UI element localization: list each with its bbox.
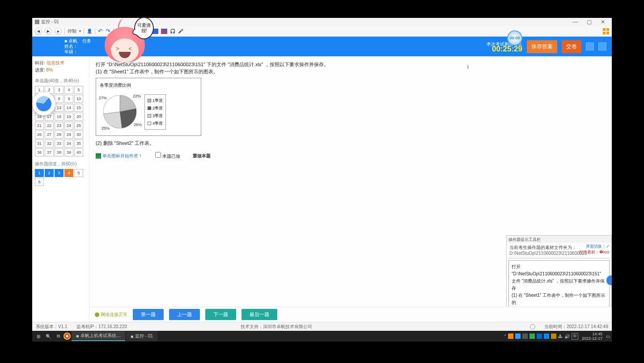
operation-cell[interactable]: 6 [35, 178, 44, 186]
nav-fwd-button[interactable]: ► [45, 28, 52, 35]
tray-icon[interactable] [544, 333, 549, 339]
taskbar-clock[interactable]: 14:45 2022-12-17 [580, 332, 604, 341]
reset-question-button[interactable]: 重做本题 [193, 152, 211, 160]
question-cell[interactable]: 23 [55, 122, 64, 130]
tray-icon[interactable] [515, 333, 521, 339]
side-tab-handle[interactable] [606, 275, 612, 285]
clock-icon [530, 324, 535, 329]
multi-icon[interactable] [161, 29, 167, 34]
question-cell[interactable]: 26 [35, 131, 44, 139]
nav-back-button[interactable]: ◄ [35, 28, 42, 35]
question-cell[interactable]: 4 [64, 86, 73, 94]
chart-title: 各季度消费比例 [100, 82, 197, 89]
question-cell[interactable]: 34 [64, 139, 73, 148]
next-question-button[interactable]: 下一题 [205, 309, 236, 320]
question-cell[interactable]: 33 [55, 139, 64, 148]
nav-play-button[interactable]: ▸ [55, 28, 62, 35]
tray-icon[interactable] [551, 333, 556, 339]
minimize-panel-icon[interactable] [586, 42, 594, 51]
settings-panel-icon[interactable] [598, 42, 606, 51]
tray-icon[interactable] [537, 333, 542, 339]
question-cell[interactable]: 39 [64, 148, 73, 156]
last-question-button[interactable]: 最后一题 [242, 309, 277, 320]
taskbar-item-exam[interactable]: ■卓帆上机考试系统… [72, 331, 125, 341]
question-cell[interactable]: 38 [55, 148, 64, 156]
tray-up-icon[interactable]: ˄ [504, 334, 506, 339]
question-cell[interactable]: 15 [74, 104, 83, 112]
question-cell[interactable]: 28 [55, 131, 64, 139]
grid-view-button[interactable] [603, 28, 609, 34]
submit-exam-button[interactable]: 交卷 [562, 40, 581, 53]
current-time-label: 当前时间：2022-12-17 14:42:49 [544, 324, 608, 330]
switch-ui-icon[interactable]: ⤢ [606, 244, 610, 249]
question-cell[interactable]: 29 [64, 131, 73, 139]
question-cell[interactable]: 13 [55, 104, 64, 112]
operation-cell[interactable]: 5 [74, 169, 83, 177]
question-cell[interactable]: 35 [74, 139, 83, 148]
tray-icon[interactable] [530, 333, 535, 339]
question-cell[interactable]: 31 [35, 139, 44, 148]
question-cell[interactable]: 22 [45, 122, 54, 130]
question-cell[interactable]: 19 [64, 113, 73, 121]
ime-indicator[interactable]: 中 [572, 333, 578, 340]
operation-cell[interactable]: 4 [64, 169, 73, 177]
maximize-button[interactable]: ▢ [583, 19, 595, 25]
pie-chart: 22% 26% 25% 27% [100, 92, 140, 132]
control-label[interactable]: 控制 [68, 28, 76, 34]
question-cell[interactable]: 30 [74, 131, 83, 139]
headset-icon[interactable]: 🎧 [170, 29, 175, 34]
tray-icon[interactable] [508, 333, 513, 339]
task-view-button[interactable]: ⧉ [54, 332, 63, 341]
question-cell[interactable]: 20 [74, 113, 83, 121]
chart-preview: 各季度消费比例 22% 26% 25% 27% 1季度 2季度 3季度 [96, 78, 201, 136]
remote-control-widget[interactable] [32, 92, 55, 115]
user-icon[interactable]: 👤 [87, 29, 92, 34]
question-cell[interactable]: 10 [74, 95, 83, 103]
hint-content[interactable]: 打开 "D:\NetStuOp\2110600023\2110600023\15… [508, 260, 610, 307]
question-cell[interactable]: 9 [64, 95, 73, 103]
hint-tool-window[interactable]: 操作题提示工具栏 当前考生操作题的素材文件夹为： D:\NetStuOp\211… [506, 235, 612, 307]
hint-tool-title[interactable]: 操作题提示工具栏 [507, 236, 611, 243]
mic-icon[interactable]: 🎤 [178, 29, 183, 34]
start-button[interactable]: ⊞ [34, 332, 43, 341]
question-cell[interactable]: 36 [35, 148, 44, 156]
question-cell[interactable]: 5 [74, 86, 83, 94]
separator [64, 28, 65, 34]
question-cell[interactable]: 27 [45, 131, 54, 139]
question-cell[interactable]: 40 [74, 148, 83, 156]
prev-question-button[interactable]: 上一题 [169, 309, 200, 320]
question-cell[interactable]: 18 [55, 113, 64, 121]
question-cell[interactable]: 3 [55, 86, 64, 94]
question-cell[interactable]: 8 [55, 95, 64, 103]
close-button[interactable]: ✕ [597, 19, 609, 25]
save-answer-button[interactable]: 保存答案 [527, 40, 557, 53]
open-material-icon[interactable]: �ietz [599, 250, 610, 254]
question-cell[interactable]: 32 [45, 139, 54, 148]
text-cursor-icon: Ꭵ [467, 63, 469, 71]
question-text-1: 打开 "D:\NetStuOp\2110600023\2110600023\15… [96, 61, 606, 68]
question-cell[interactable]: 14 [64, 104, 73, 112]
operation-cell[interactable]: 2 [45, 169, 54, 177]
network-tray-icon[interactable]: 🖧 [558, 334, 563, 339]
operation-grid: 123456 [35, 169, 86, 186]
minimize-button[interactable]: — [569, 19, 581, 25]
start-answer-link[interactable]: 单击图标开始作答！ [96, 152, 143, 160]
question-cell[interactable]: 25 [74, 122, 83, 130]
question-text-3: (2) 删除 "Sheet2" 工作表。 [96, 139, 606, 147]
search-button[interactable]: 🔍 [44, 332, 53, 341]
volume-tray-icon[interactable]: 🔊 [564, 334, 570, 339]
question-cell[interactable]: 24 [64, 122, 73, 130]
student-info: ■ 卓帆 任务 姓名： 年级： [64, 38, 91, 55]
chrome-icon[interactable] [64, 333, 71, 340]
tray-icon[interactable] [522, 333, 528, 339]
first-question-button[interactable]: 第一题 [133, 309, 164, 320]
question-cell[interactable]: 37 [45, 148, 54, 156]
done-checkbox[interactable]: 本题已做 [155, 152, 180, 160]
question-cell[interactable]: 21 [35, 122, 44, 130]
operation-cell[interactable]: 1 [35, 169, 44, 177]
taskbar-item-monitor[interactable]: ■监控 - 01 [126, 331, 157, 341]
question-text-2: (1) 在 "Sheet1" 工作表中，制作一个如下图所示的图表。 [96, 68, 606, 75]
notifications-icon[interactable]: ▭ [606, 334, 610, 339]
window-controls: — ▢ ✕ [569, 19, 609, 25]
operation-cell[interactable]: 3 [55, 169, 64, 177]
